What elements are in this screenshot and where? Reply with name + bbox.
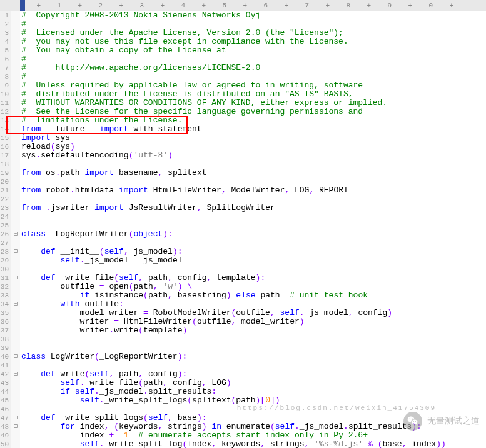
code-line[interactable]: outfile = open(path, 'w') \ [21, 282, 486, 291]
token-kw: def [41, 369, 55, 379]
token-pl [21, 396, 80, 405]
code-line[interactable] [21, 335, 486, 344]
line-number: 48 [0, 422, 9, 431]
fold-marker[interactable]: ⊟ [11, 414, 20, 422]
code-line[interactable]: index += 1 # enumerate accepts start ind… [21, 431, 486, 440]
token-op: , [402, 439, 407, 448]
token-op: ) [202, 422, 207, 431]
code-line[interactable]: writer.write(template) [21, 326, 486, 335]
token-op: . [46, 203, 51, 212]
code-line[interactable]: def __init__(self, js_model): [21, 247, 486, 256]
token-id: jswriter [51, 203, 94, 212]
code-line[interactable] [21, 212, 486, 221]
code-line[interactable]: from robot.htmldata import HtmlFileWrite… [21, 186, 486, 195]
code-line[interactable]: # http://www.apache.org/licenses/LICENSE… [21, 64, 486, 72]
token-id: _LogReportWriter [99, 352, 178, 361]
code-line[interactable]: class _LogReportWriter(object): [21, 230, 486, 239]
code-line[interactable]: def _write_split_logs(self, base): [21, 414, 486, 422]
line-number: 3 [0, 29, 9, 37]
fold-marker[interactable]: ⊟ [11, 300, 20, 309]
code-line[interactable]: class LogWriter(_LogReportWriter): [21, 352, 486, 361]
code-line[interactable] [21, 405, 486, 414]
code-line[interactable]: # [21, 55, 486, 64]
fold-marker [11, 282, 20, 291]
code-line[interactable]: reload(sys) [21, 142, 486, 151]
code-line[interactable]: # [21, 20, 486, 29]
code-line[interactable]: if self._js_model.split_results: [21, 387, 486, 396]
token-op: ) [226, 378, 231, 387]
line-number: 28 [0, 247, 9, 256]
code-line[interactable] [21, 221, 486, 230]
code-line[interactable] [21, 195, 486, 204]
token-op: ): [173, 247, 183, 256]
code-line[interactable]: # you may not use this file except in co… [21, 37, 486, 46]
code-line[interactable]: import sys [21, 134, 486, 142]
code-line[interactable]: self._write_split_log(index, keywords, s… [21, 440, 486, 448]
fold-marker [11, 169, 20, 177]
code-line[interactable] [21, 344, 486, 352]
line-number: 31 [0, 274, 9, 282]
code-line[interactable]: # You may obtain a copy of the License a… [21, 46, 486, 55]
code-line[interactable]: self._write_file(path, config, LOG) [21, 379, 486, 387]
token-id: HtmlFileWriter [148, 186, 221, 195]
token-id: _js_model [84, 256, 133, 265]
code-line[interactable]: self._write_split_logs(splitext(path)[0]… [21, 396, 486, 405]
token-id: base [173, 413, 197, 422]
code-line[interactable] [21, 361, 486, 370]
code-line[interactable]: def write(self, path, config): [21, 370, 486, 379]
fold-marker[interactable]: ⊟ [11, 352, 20, 361]
code-line[interactable]: # See the License for the specific langu… [21, 107, 486, 116]
code-line[interactable]: for index, (keywords, strings) in enumer… [21, 422, 486, 431]
code-line[interactable]: # distributed under the License is distr… [21, 90, 486, 99]
line-number: 34 [0, 300, 9, 309]
line-number: 23 [0, 204, 9, 212]
fold-marker [11, 221, 20, 230]
line-number: 17 [0, 151, 9, 160]
line-number: 5 [0, 46, 9, 55]
code-area[interactable]: # Copyright 2008-2013 Nokia Siemens Netw… [20, 11, 486, 448]
line-number: 32 [0, 282, 9, 291]
line-number: 6 [0, 55, 9, 64]
fold-marker[interactable]: ⊟ [11, 422, 20, 431]
token-num: 0 [265, 396, 270, 405]
code-line[interactable]: writer = HtmlFileWriter(outfile, model_w… [21, 317, 486, 326]
line-number: 37 [0, 326, 9, 335]
code-line[interactable] [21, 160, 486, 169]
code-editor[interactable]: 1234567891011121314151617181920212223242… [0, 11, 486, 448]
token-id: path [60, 168, 84, 177]
fold-marker[interactable]: ⊟ [11, 230, 20, 239]
code-line[interactable] [21, 177, 486, 186]
token-pl [21, 378, 60, 387]
token-op: ) [183, 326, 188, 335]
fold-marker[interactable]: ⊟ [11, 247, 20, 256]
token-id: template [211, 273, 255, 282]
code-line[interactable]: # Copyright 2008-2013 Nokia Siemens Netw… [21, 11, 486, 20]
code-line[interactable]: # [21, 72, 486, 81]
code-line[interactable]: def _write_file(self, path, config, temp… [21, 274, 486, 282]
token-op: , [168, 413, 173, 422]
token-op: ( [143, 413, 148, 422]
token-fn: _write_split_log [104, 439, 183, 448]
token-op: ( [51, 142, 56, 151]
code-line[interactable] [21, 265, 486, 274]
code-line[interactable]: # WITHOUT WARRANTIES OR CONDITIONS OF AN… [21, 99, 486, 107]
code-line[interactable] [21, 239, 486, 247]
token-cmt: # unit test hook [290, 291, 368, 300]
fold-marker[interactable]: ⊟ [11, 370, 20, 379]
code-line[interactable]: sys.setdefaultencoding('utf-8') [21, 151, 486, 160]
code-line[interactable]: from .jswriter import JsResultWriter, Sp… [21, 204, 486, 212]
token-fn: RobotModelWriter [153, 308, 231, 317]
code-line[interactable]: from os.path import basename, splitext [21, 169, 486, 177]
token-op: . [343, 422, 348, 431]
code-line[interactable]: with outfile: [21, 300, 486, 309]
code-line[interactable]: # Licensed under the Apache License, Ver… [21, 29, 486, 37]
fold-marker[interactable]: ⊟ [11, 274, 20, 282]
fold-marker [11, 204, 20, 212]
fold-gutter[interactable]: ⊟⊟⊟⊟⊟⊟⊟⊟ [11, 11, 20, 448]
code-line[interactable]: if isinstance(path, basestring) else pat… [21, 291, 486, 300]
token-id: outfile [21, 282, 99, 291]
code-line[interactable]: # Unless required by applicable law or a… [21, 81, 486, 90]
code-line[interactable]: self._js_model = js_model [21, 256, 486, 265]
code-line[interactable]: model_writer = RobotModelWriter(outfile,… [21, 309, 486, 317]
token-op: )[ [256, 396, 266, 405]
